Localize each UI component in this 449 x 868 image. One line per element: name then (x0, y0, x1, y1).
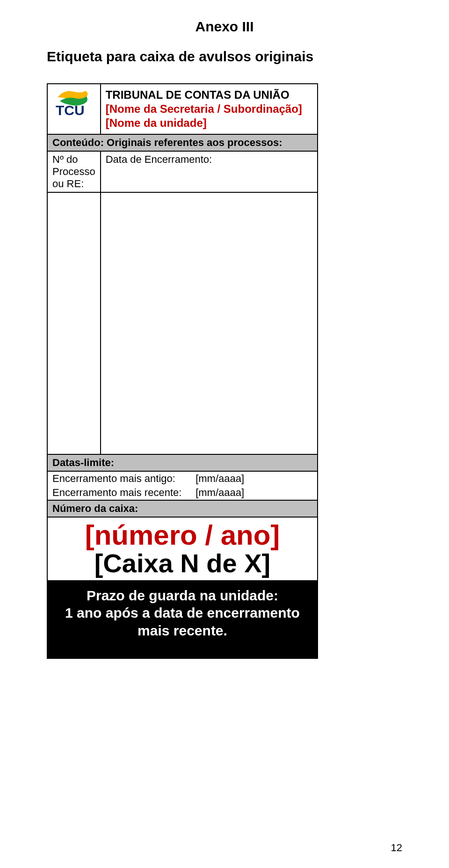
enc-recente-label: Encerramento mais recente: (52, 487, 193, 499)
logo-cell: TCU (47, 84, 101, 134)
unidade-placeholder: [Nome da unidade] (106, 116, 312, 130)
page-number: 12 (391, 842, 402, 854)
prazo-guarda-cell: Prazo de guarda na unidade: 1 ano após a… (47, 581, 318, 659)
prazo-line3: mais recente. (57, 622, 308, 640)
header-text-cell: TRIBUNAL DE CONTAS DA UNIÃO [Nome da Sec… (101, 84, 318, 134)
processo-empty-cell (47, 192, 101, 454)
numero-ano-placeholder: [número / ano] (52, 520, 312, 550)
enc-antigo-row: Encerramento mais antigo: [mm/aaaa] (47, 471, 318, 486)
enc-antigo-label: Encerramento mais antigo: (52, 473, 193, 485)
org-name: TRIBUNAL DE CONTAS DA UNIÃO (106, 88, 312, 102)
col-encerramento-label: Data de Encerramento: (101, 151, 318, 192)
encerramento-empty-cell (101, 192, 318, 454)
prazo-line2: 1 ano após a data de encerramento (57, 604, 308, 622)
etiqueta-table: TCU TRIBUNAL DE CONTAS DA UNIÃO [Nome da… (47, 83, 318, 659)
svg-text:TCU: TCU (56, 102, 85, 118)
conteudo-label: Conteúdo: Originais referentes aos proce… (47, 134, 318, 151)
datas-limite-label: Datas-limite: (47, 454, 318, 471)
numero-caixa-cell: [número / ano] [Caixa N de X] (47, 517, 318, 581)
caixa-n-x-placeholder: [Caixa N de X] (52, 550, 312, 577)
enc-antigo-value: [mm/aaaa] (196, 473, 244, 484)
prazo-line1: Prazo de guarda na unidade: (57, 587, 308, 605)
secretaria-placeholder: [Nome da Secretaria / Subordinação] (106, 102, 312, 116)
col-processo-label: Nº do Processo ou RE: (47, 151, 101, 192)
page-subtitle: Etiqueta para caixa de avulsos originais (47, 49, 402, 65)
enc-recente-row: Encerramento mais recente: [mm/aaaa] (47, 486, 318, 500)
enc-recente-value: [mm/aaaa] (196, 487, 244, 498)
annex-title: Anexo III (47, 19, 402, 35)
numero-caixa-label: Número da caixa: (47, 500, 318, 517)
tcu-logo-icon: TCU (53, 88, 95, 121)
